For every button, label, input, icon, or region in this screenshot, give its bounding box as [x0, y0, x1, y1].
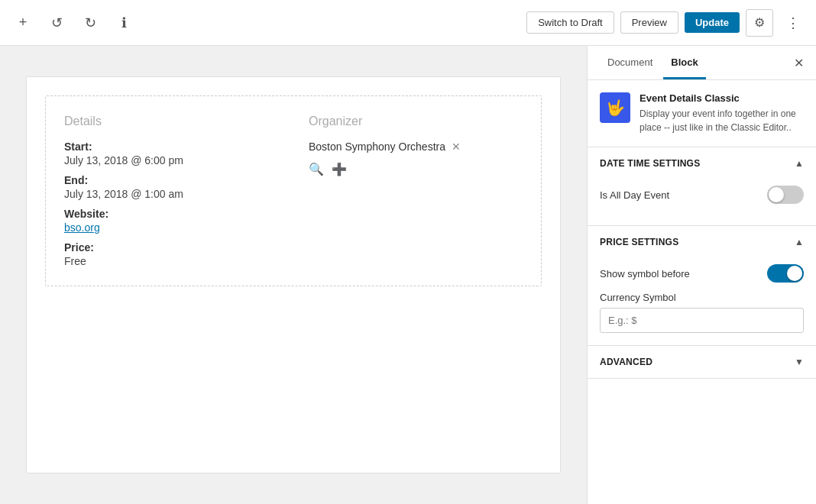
toolbar-left: + ↺ ↻ ℹ — [9, 9, 138, 37]
date-time-settings-title: Date Time Settings — [600, 158, 700, 169]
date-time-settings-body: Is All Day Event — [588, 179, 816, 225]
details-header: Details — [64, 115, 278, 128]
block-icon: 🤟 — [600, 92, 630, 123]
block-info-text: Event Details Classic Display your event… — [640, 92, 804, 134]
show-symbol-label: Show symbol before — [600, 268, 690, 279]
date-time-settings-header[interactable]: Date Time Settings ▲ — [588, 147, 816, 179]
sidebar: Document Block ✕ 🤟 Event Details Classic… — [587, 46, 816, 504]
start-label: Start: — [64, 141, 278, 153]
website-label: Website: — [64, 208, 278, 220]
is-all-day-row: Is All Day Event — [600, 186, 804, 204]
undo-button[interactable]: ↺ — [43, 9, 70, 37]
event-columns: Details Start: July 13, 2018 @ 6:00 pm E… — [64, 115, 523, 267]
advanced-section: Advanced ▼ — [588, 346, 816, 379]
show-symbol-row: Show symbol before — [600, 264, 804, 283]
more-options-button[interactable]: ⋮ — [779, 9, 807, 37]
advanced-settings-header[interactable]: Advanced ▼ — [588, 346, 816, 378]
update-button[interactable]: Update — [685, 12, 740, 33]
add-icon: ➕ — [332, 163, 347, 176]
editor-area: Details Start: July 13, 2018 @ 6:00 pm E… — [0, 46, 587, 504]
switch-to-draft-button[interactable]: Switch to Draft — [526, 11, 614, 34]
organizer-name: Boston Symphony Orchestra ✕ — [309, 141, 523, 153]
price-settings-title: Price Settings — [600, 237, 678, 247]
more-icon: ⋮ — [786, 15, 800, 31]
info-button[interactable]: ℹ — [110, 9, 138, 37]
is-all-day-toggle[interactable] — [767, 186, 804, 204]
sidebar-close-button[interactable]: ✕ — [794, 56, 804, 70]
price-settings-chevron-icon: ▲ — [795, 237, 804, 247]
website-value: bso.org — [64, 221, 278, 234]
search-icon: 🔍 — [309, 163, 324, 176]
organizer-search-button[interactable]: 🔍 — [309, 162, 324, 176]
organizer-column: Organizer Boston Symphony Orchestra ✕ 🔍 … — [309, 115, 523, 267]
toggle-knob — [769, 187, 784, 202]
price-settings-header[interactable]: Price Settings ▲ — [588, 226, 816, 258]
price-settings-section: Price Settings ▲ Show symbol before Curr… — [588, 226, 816, 346]
toolbar-right: Switch to Draft Preview Update ⚙ ⋮ — [526, 9, 807, 37]
tab-document[interactable]: Document — [600, 46, 660, 79]
currency-symbol-label: Currency Symbol — [600, 292, 804, 303]
end-value: July 13, 2018 @ 1:00 am — [64, 188, 278, 200]
block-info: 🤟 Event Details Classic Display your eve… — [588, 80, 816, 147]
currency-symbol-input[interactable] — [600, 308, 804, 333]
block-title: Event Details Classic — [640, 92, 804, 104]
sidebar-tabs: Document Block ✕ — [588, 46, 816, 80]
redo-button[interactable]: ↻ — [76, 9, 104, 37]
start-value: July 13, 2018 @ 6:00 pm — [64, 154, 278, 166]
organizer-actions: 🔍 ➕ — [309, 162, 523, 176]
price-value: Free — [64, 255, 278, 267]
block-description: Display your event info together in one … — [640, 107, 804, 134]
event-details-block: Details Start: July 13, 2018 @ 6:00 pm E… — [45, 95, 542, 286]
editor-content: Details Start: July 13, 2018 @ 6:00 pm E… — [26, 76, 561, 473]
website-link[interactable]: bso.org — [64, 221, 100, 234]
preview-button[interactable]: Preview — [620, 11, 678, 34]
settings-button[interactable]: ⚙ — [746, 9, 773, 37]
price-settings-body: Show symbol before Currency Symbol — [588, 258, 816, 345]
toggle-knob-symbol — [787, 266, 802, 281]
show-symbol-toggle[interactable] — [767, 264, 804, 283]
price-label: Price: — [64, 241, 278, 254]
main-area: Details Start: July 13, 2018 @ 6:00 pm E… — [0, 46, 816, 504]
add-button[interactable]: + — [9, 9, 37, 37]
date-time-settings-section: Date Time Settings ▲ Is All Day Event — [588, 147, 816, 226]
advanced-title: Advanced — [600, 357, 652, 367]
organizer-remove-button[interactable]: ✕ — [452, 141, 461, 153]
gear-icon: ⚙ — [754, 15, 765, 30]
advanced-chevron-icon: ▼ — [795, 357, 804, 367]
is-all-day-label: Is All Day Event — [600, 189, 669, 201]
organizer-header: Organizer — [309, 115, 523, 128]
tab-block[interactable]: Block — [663, 46, 705, 79]
organizer-add-button[interactable]: ➕ — [332, 162, 347, 176]
toolbar: + ↺ ↻ ℹ Switch to Draft Preview Update ⚙… — [0, 0, 816, 46]
end-label: End: — [64, 174, 278, 186]
date-time-chevron-icon: ▲ — [795, 158, 804, 169]
details-column: Details Start: July 13, 2018 @ 6:00 pm E… — [64, 115, 278, 267]
